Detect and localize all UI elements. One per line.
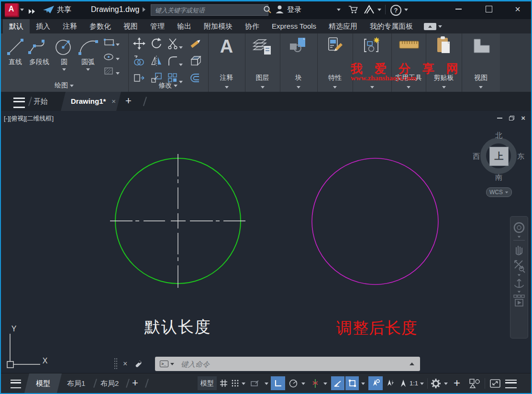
ribbon-collapse-chevron-down-icon[interactable] [438,25,442,28]
app-store-cart-icon[interactable] [348,5,358,14]
trim-chevron-down-icon[interactable] [179,46,183,49]
help-icon[interactable]: ? [390,5,401,16]
command-drag-handle[interactable] [114,358,117,370]
share-paper-plane-icon[interactable] [43,5,55,14]
panel-draw-label[interactable]: 绘图 [0,81,128,90]
group-icon[interactable] [362,36,382,56]
file-tab-current[interactable]: Drawing1* × [63,92,119,111]
panel-annotate-expand-icon[interactable] [225,86,229,88]
circle-tool-button[interactable]: 圆 [54,37,75,71]
mirror-tool-button[interactable] [150,55,163,69]
annotation-scale-button[interactable] [398,376,409,390]
line-tool-button[interactable]: 直线 [5,37,26,66]
file-tab-close-icon[interactable]: × [111,92,116,111]
arc-tool-button[interactable]: 圆弧 [77,37,100,71]
orbit-icon[interactable] [513,277,525,290]
isodraft-button[interactable] [331,376,344,390]
panel-utilities-expand-icon[interactable] [407,86,410,88]
command-input[interactable] [180,360,410,369]
label-adjusted-length[interactable]: 调整后长度 [329,317,425,339]
copy-tool-button[interactable] [133,55,145,69]
ribbon-tab-manage[interactable]: 管理 [144,19,171,33]
label-default-length[interactable]: 默认长度 [130,317,226,338]
snap-mode-button[interactable] [230,376,240,390]
polar-chevron-down-icon[interactable] [301,383,305,385]
pan-hand-icon[interactable] [513,242,525,256]
annotate-text-icon[interactable]: A [208,36,245,57]
command-chevron-down-icon[interactable] [170,363,174,365]
ribbon-tab-view[interactable]: 视图 [117,19,144,33]
search-input[interactable] [151,4,268,16]
view-block-icon[interactable] [472,37,491,55]
close-button[interactable]: × [506,0,529,18]
viewcube-east[interactable]: 东 [517,152,524,161]
zoom-extents-icon[interactable] [513,259,525,273]
ribbon-tab-insert[interactable]: 插入 [30,19,56,33]
layout-tab-1[interactable]: 布局1 [67,373,85,393]
file-tabs-menu-icon[interactable] [13,98,25,108]
new-layout-button[interactable]: + [132,373,138,393]
ribbon-tab-express-tools[interactable]: Express Tools [266,19,322,33]
user-icon[interactable] [275,5,284,14]
object-snap-button[interactable] [345,376,359,390]
scale-chevron-down-icon[interactable] [420,383,424,385]
panel-group-expand-icon[interactable] [370,86,374,88]
command-history-expand-icon[interactable] [410,362,414,365]
ribbon-tab-collaborate[interactable]: 协作 [239,19,266,33]
drawing-canvas[interactable]: [-][俯视][二维线框] × Y X 默认长度 调整后长度 上 北 西 [0,111,532,373]
fullscreen-button[interactable] [488,376,502,390]
viewcube-north[interactable]: 北 [495,131,502,140]
clipboard-icon[interactable] [435,36,454,57]
file-tab-start[interactable]: 开始 [33,92,48,111]
properties-icon[interactable] [326,36,345,56]
customize-plus-button[interactable]: + [454,376,460,390]
panel-properties-expand-icon[interactable] [333,86,337,88]
annotation-scale-value[interactable]: 1:1 [410,380,418,387]
box-tool-button[interactable] [189,55,202,69]
application-menu-button[interactable]: A [5,3,19,17]
customize-wrench-icon[interactable] [133,359,143,369]
ribbon-tab-annotate[interactable]: 注释 [56,19,83,33]
ribbon-tab-output[interactable]: 输出 [171,19,198,33]
autodesk-logo-icon[interactable] [364,5,375,14]
rectangle-chevron-down-icon[interactable] [116,44,120,46]
ucs-icon[interactable] [7,334,40,368]
help-chevron-down-icon[interactable] [404,9,408,11]
model-space-toggle-button[interactable]: 模型 [198,376,217,390]
panel-modify-label[interactable]: 修改 [128,81,208,90]
panel-view-expand-icon[interactable] [479,86,483,88]
annotation-visibility-button[interactable] [368,376,383,390]
panel-clipboard-expand-icon[interactable] [442,86,446,88]
share-button[interactable]: 共享 [57,0,71,19]
panel-layers-expand-icon[interactable] [261,86,265,88]
orbit-chevron-down-icon[interactable] [518,291,521,293]
zoom-chevron-down-icon[interactable] [518,274,521,276]
object-snap-tracking-button[interactable] [309,376,321,390]
hatch-tool-button[interactable] [103,67,120,77]
circle-chevron-down-icon[interactable] [62,68,66,71]
measure-ruler-icon[interactable] [399,38,419,53]
block-icon[interactable] [288,36,309,56]
showmotion-icon[interactable] [512,294,526,309]
settings-gear-button[interactable] [430,376,442,390]
ellipse-chevron-down-icon[interactable] [116,58,120,60]
navigation-wheel-chevron-down-icon[interactable] [518,236,521,238]
maximize-button[interactable] [477,0,500,18]
polyline-tool-button[interactable]: 多段线 [27,37,52,66]
ribbon-collapse-button[interactable] [424,23,436,30]
quick-access-expand-icon[interactable] [29,7,35,16]
viewcube-top-face[interactable]: 上 [489,147,509,166]
layout-tab-model[interactable]: 模型 [27,373,59,393]
move-tool-button[interactable] [133,37,145,52]
snap-chevron-down-icon[interactable] [242,383,245,385]
dynamic-input-chevron-down-icon[interactable] [265,383,268,385]
account-chevron-down-icon[interactable] [337,9,341,11]
layout-menu-icon[interactable] [11,380,21,388]
navigation-wheel-icon[interactable] [512,220,526,235]
command-prompt-icon[interactable]: >_ [160,361,168,367]
adjusted-circle[interactable] [312,158,438,285]
minimize-button[interactable] [447,0,470,18]
annotation-autoscale-button[interactable] [384,376,397,390]
viewcube-south[interactable]: 南 [495,173,502,182]
center-mark[interactable] [110,154,245,288]
